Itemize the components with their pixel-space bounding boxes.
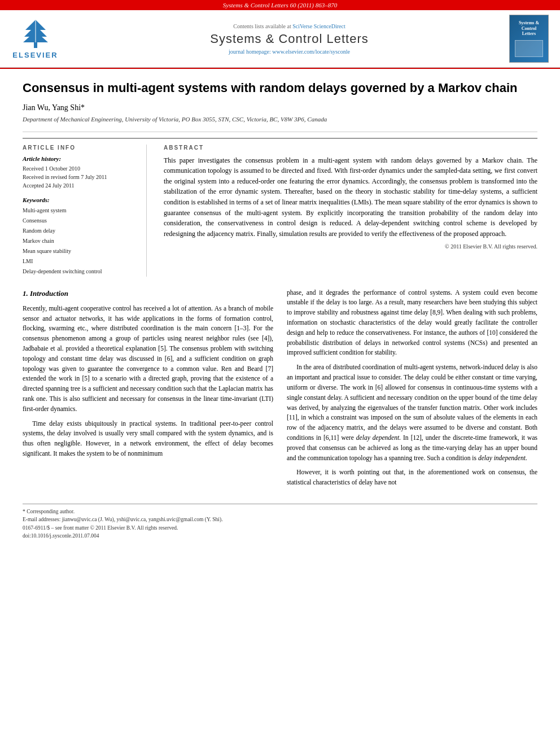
history-accepted: Accepted 24 July 2011 (23, 181, 137, 190)
elsevier-tree-icon (19, 19, 53, 50)
keyword-4: Markov chain (23, 236, 137, 246)
footer-corresponding: * Corresponding author. (23, 508, 537, 516)
elsevier-brand-text: ELSEVIER (12, 51, 58, 59)
history-received: Received 1 October 2010 (23, 164, 137, 173)
body-para-1: Recently, multi-agent cooperative contro… (23, 304, 273, 414)
copyright: © 2011 Elsevier B.V. All rights reserved… (164, 243, 537, 250)
keywords-label: Keywords: (23, 196, 137, 203)
divider (23, 132, 537, 132)
article-info-label: ARTICLE INFO (23, 145, 137, 151)
journal-thumbnail: Systems &ControlLetters (509, 15, 549, 63)
paper-authors: Jian Wu, Yang Shi* (23, 103, 537, 112)
body-columns: 1. Introduction Recently, multi-agent co… (23, 288, 537, 492)
body-para-5: However, it is worth pointing out that, … (287, 468, 537, 488)
abstract-section: ABSTRACT This paper investigates the con… (164, 145, 537, 277)
keywords-section: Keywords: Multi-agent system Consensus R… (23, 196, 137, 277)
body-para-2: Time delay exists ubiquitously in practi… (23, 419, 273, 459)
journal-header: Systems & Control Letters 60 (2011) 863–… (0, 0, 560, 69)
paper-content: Consensus in multi-agent systems with ra… (0, 69, 560, 551)
paper-title: Consensus in multi-agent systems with ra… (23, 80, 537, 97)
sciverse-link[interactable]: SciVerse ScienceDirect (292, 23, 345, 29)
journal-banner: ELSEVIER Contents lists available at Sci… (0, 10, 560, 68)
abstract-text: This paper investigates the consensus pr… (164, 155, 537, 239)
journal-citation: Systems & Control Letters 60 (2011) 863–… (223, 2, 337, 8)
sciverse-line: Contents lists available at SciVerse Sci… (69, 23, 509, 29)
footer-doi: doi:10.1016/j.sysconle.2011.07.004 (23, 532, 537, 540)
body-para-3: phase, and it degrades the performance o… (287, 288, 537, 359)
keyword-3: Random delay (23, 226, 137, 236)
journal-homepage-url[interactable]: www.elsevier.com/locate/sysconle (272, 49, 350, 55)
journal-center-info: Contents lists available at SciVerse Sci… (69, 23, 509, 55)
article-history: Article history: Received 1 October 2010… (23, 155, 137, 190)
keyword-2: Consensus (23, 216, 137, 226)
footer-doi-line: 0167-6911/$ – see front matter © 2011 El… (23, 524, 537, 532)
history-label: Article history: (23, 155, 137, 162)
journal-title: Systems & Control Letters (69, 32, 509, 46)
elsevier-logo: ELSEVIER (11, 19, 59, 59)
journal-homepage: journal homepage: www.elsevier.com/locat… (69, 49, 509, 55)
body-para-4: In the area of distributed coordination … (287, 362, 537, 463)
journal-top-bar: Systems & Control Letters 60 (2011) 863–… (0, 0, 560, 10)
body-col-right: phase, and it degrades the performance o… (287, 288, 537, 492)
section1-heading: 1. Introduction (23, 288, 273, 299)
footer-email: E-mail addresses: jianwu@uvic.ca (J. Wu)… (23, 516, 537, 523)
keyword-7: Delay-dependent switching control (23, 267, 137, 277)
paper-affiliation: Department of Mechanical Engineering, Un… (23, 116, 537, 123)
info-abstract-section: ARTICLE INFO Article history: Received 1… (23, 138, 537, 277)
keyword-1: Multi-agent system (23, 206, 137, 216)
footer-notes: * Corresponding author. E-mail addresses… (23, 504, 537, 540)
history-received-revised: Received in revised form 7 July 2011 (23, 173, 137, 181)
abstract-label: ABSTRACT (164, 145, 537, 151)
body-col-left: 1. Introduction Recently, multi-agent co… (23, 288, 273, 492)
keyword-5: Mean square stability (23, 246, 137, 256)
keyword-6: LMI (23, 256, 137, 267)
article-info: ARTICLE INFO Article history: Received 1… (23, 145, 147, 277)
